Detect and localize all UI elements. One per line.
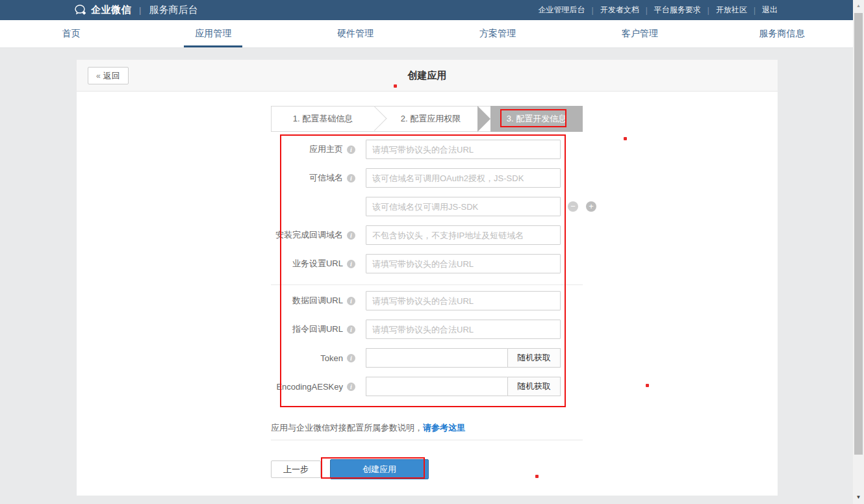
reference-link[interactable]: 请参考这里 (423, 423, 465, 433)
app-homepage-input[interactable] (366, 140, 561, 159)
brand: 企业微信 | 服务商后台 (75, 4, 197, 16)
step-indicator: 1. 配置基础信息 2. 配置应用权限 3. 配置开发信息 (271, 106, 583, 132)
main-nav: 首页 应用管理 硬件管理 方案管理 客户管理 服务商信息 (0, 20, 853, 48)
step-chevron-2 (477, 106, 490, 132)
field-label: EncodingAESKey (276, 382, 343, 392)
tab-solution-management[interactable]: 方案管理 (426, 20, 568, 47)
trusted-domain-input[interactable] (366, 168, 561, 188)
field-label: Token (320, 353, 343, 363)
info-icon[interactable]: i (347, 260, 355, 268)
token-input[interactable] (366, 348, 507, 368)
info-icon[interactable]: i (347, 174, 355, 183)
form-row-encoding-aeskey: EncodingAESKey i 随机获取 (271, 377, 583, 396)
info-icon[interactable]: i (347, 383, 355, 391)
toplink-platform-requirements[interactable]: 平台服务要求 (654, 5, 701, 16)
annotation-dot (624, 137, 627, 140)
brand-subtitle: 服务商后台 (149, 4, 197, 16)
tab-home[interactable]: 首页 (0, 20, 142, 47)
data-callback-url-input[interactable] (366, 291, 561, 310)
step-2-app-permission: 2. 配置应用权限 (385, 106, 476, 132)
form-row-trusted-domain-2: − + (271, 197, 583, 216)
scroll-down-icon[interactable]: ▼ (853, 492, 864, 503)
back-button[interactable]: « 返回 (88, 67, 129, 84)
page-title: 创建应用 (77, 60, 778, 92)
form-row-install-callback-domain: 安装完成回调域名 i (271, 225, 583, 245)
form-row-trusted-domain: 可信域名 i (271, 168, 583, 188)
business-setting-url-input[interactable] (366, 254, 561, 273)
action-buttons: 上一步 创建应用 (271, 459, 583, 479)
toplink-logout[interactable]: 退出 (762, 5, 778, 16)
form-row-command-callback-url: 指令回调URL i (271, 320, 583, 339)
command-callback-url-input[interactable] (366, 320, 561, 339)
topbar-links: 企业管理后台 | 开发者文档 | 平台服务要求 | 开放社区 | 退出 (539, 5, 778, 16)
param-note: 应用与企业微信对接配置所属参数说明，请参考这里 (271, 422, 583, 434)
form-row-business-setting-url: 业务设置URL i (271, 254, 583, 273)
create-app-button[interactable]: 创建应用 (330, 459, 429, 479)
field-label: 业务设置URL (292, 258, 343, 270)
step-3-dev-info: 3. 配置开发信息 (490, 106, 583, 132)
tab-hardware-management[interactable]: 硬件管理 (285, 20, 427, 47)
form-content: 1. 配置基础信息 2. 配置应用权限 3. 配置开发信息 应用主页 i 可信域… (271, 106, 583, 479)
panel-header: « 返回 创建应用 (77, 60, 778, 92)
previous-step-button[interactable]: 上一步 (271, 460, 321, 478)
scroll-up-icon[interactable]: ▲ (853, 0, 864, 11)
vertical-scrollbar[interactable]: ▲ ▼ (853, 0, 864, 504)
wechat-work-logo-icon (75, 5, 87, 16)
brand-separator: | (139, 5, 141, 15)
tab-app-management[interactable]: 应用管理 (142, 20, 285, 47)
field-label: 应用主页 (309, 144, 343, 155)
brand-name: 企业微信 (91, 4, 131, 16)
info-icon[interactable]: i (347, 297, 355, 305)
scrollbar-thumb[interactable] (854, 13, 863, 455)
toplink-developer-docs[interactable]: 开发者文档 (600, 5, 639, 16)
remove-domain-button[interactable]: − (568, 201, 578, 212)
step-1-basic-info: 1. 配置基础信息 (271, 106, 375, 132)
topbar: 企业微信 | 服务商后台 企业管理后台 | 开发者文档 | 平台服务要求 | 开… (0, 0, 853, 20)
footer-divider (271, 440, 583, 440)
aeskey-random-generate-button[interactable]: 随机获取 (507, 377, 561, 396)
field-label: 数据回调URL (292, 295, 343, 307)
back-chevron-icon: « (96, 71, 101, 81)
token-random-generate-button[interactable]: 随机获取 (507, 348, 561, 368)
info-icon[interactable]: i (347, 325, 355, 334)
create-app-panel: « 返回 创建应用 1. 配置基础信息 2. 配置应用权限 3. 配置开发信息 … (77, 60, 778, 496)
form-row-token: Token i 随机获取 (271, 348, 583, 368)
tab-provider-info[interactable]: 服务商信息 (711, 20, 853, 47)
field-label: 指令回调URL (292, 323, 343, 335)
active-tab-underline (184, 45, 242, 47)
encoding-aeskey-input[interactable] (366, 377, 507, 396)
info-icon[interactable]: i (347, 231, 355, 240)
form-section-divider (271, 284, 583, 285)
install-callback-domain-input[interactable] (366, 225, 561, 245)
tab-customer-management[interactable]: 客户管理 (568, 20, 711, 47)
field-label: 安装完成回调域名 (275, 229, 343, 241)
add-domain-button[interactable]: + (586, 201, 596, 212)
toplink-enterprise-admin[interactable]: 企业管理后台 (539, 5, 585, 16)
info-icon[interactable]: i (347, 354, 355, 362)
form-row-data-callback-url: 数据回调URL i (271, 291, 583, 310)
toplink-open-community[interactable]: 开放社区 (716, 5, 747, 16)
info-icon[interactable]: i (347, 145, 355, 154)
form-row-app-homepage: 应用主页 i (271, 140, 583, 159)
trusted-domain-2-input[interactable] (366, 197, 561, 216)
field-label: 可信域名 (309, 172, 343, 184)
dev-config-form: 应用主页 i 可信域名 i − + 安装完成回调域名 (271, 140, 583, 479)
annotation-dot (646, 384, 649, 387)
